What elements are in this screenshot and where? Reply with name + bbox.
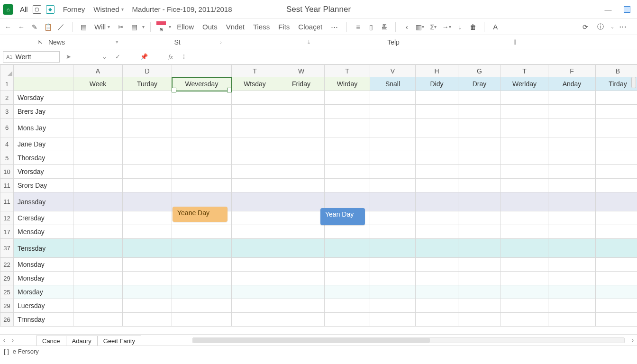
quick-all[interactable]: All xyxy=(20,5,28,13)
cell[interactable] xyxy=(123,118,172,137)
cell[interactable] xyxy=(458,179,501,192)
cell[interactable] xyxy=(501,258,548,272)
ribbon-cloacet[interactable]: Cloaçet xyxy=(295,23,325,31)
cell[interactable] xyxy=(73,225,123,239)
row-header[interactable]: 11 xyxy=(0,192,14,211)
cell[interactable] xyxy=(370,151,416,165)
cell[interactable] xyxy=(325,137,370,151)
cell[interactable] xyxy=(73,118,123,137)
cell[interactable] xyxy=(325,225,370,239)
cell[interactable] xyxy=(232,91,278,105)
col-header[interactable]: T xyxy=(232,65,278,77)
align-icon[interactable]: ≡ xyxy=(353,22,363,32)
tab-next[interactable]: › xyxy=(9,335,17,346)
brush-icon[interactable]: ✎ xyxy=(29,22,40,32)
cell[interactable] xyxy=(232,118,278,137)
cell[interactable] xyxy=(172,258,232,272)
cell[interactable] xyxy=(172,179,232,192)
cell[interactable] xyxy=(548,192,596,211)
cell[interactable] xyxy=(325,179,370,192)
sheet-tab-2[interactable]: Geeit Farity xyxy=(98,336,141,346)
cell[interactable] xyxy=(123,225,172,239)
cell[interactable] xyxy=(548,118,596,137)
row-label[interactable]: Mons Jay xyxy=(14,118,73,137)
header-cell[interactable]: Wtsday xyxy=(232,77,278,91)
cell[interactable] xyxy=(278,137,325,151)
cell[interactable] xyxy=(501,165,548,179)
row-label[interactable]: Luersday xyxy=(14,299,73,313)
sync-icon[interactable]: ⟳ xyxy=(580,22,591,32)
cell[interactable] xyxy=(596,105,637,118)
cell[interactable] xyxy=(232,137,278,151)
cell[interactable] xyxy=(370,137,416,151)
cell[interactable] xyxy=(123,192,172,211)
cell[interactable] xyxy=(548,285,596,299)
cell[interactable] xyxy=(596,192,637,211)
cell[interactable] xyxy=(501,225,548,239)
prev-icon[interactable]: ‹ xyxy=(401,22,412,32)
row-header[interactable]: 29 xyxy=(0,299,14,313)
row-label[interactable]: Mensday xyxy=(14,225,73,239)
cell[interactable] xyxy=(596,299,637,313)
cell[interactable] xyxy=(501,105,548,118)
cell[interactable] xyxy=(596,225,637,239)
cell[interactable] xyxy=(73,105,123,118)
cell[interactable] xyxy=(73,313,123,327)
horizontal-scroll-thumb[interactable] xyxy=(193,338,430,343)
cell[interactable] xyxy=(172,105,232,118)
cell[interactable] xyxy=(370,105,416,118)
page-icon[interactable]: ▯ xyxy=(366,22,376,32)
cell[interactable] xyxy=(548,313,596,327)
info-icon[interactable]: ⓘ xyxy=(595,22,606,32)
cell[interactable] xyxy=(278,299,325,313)
sec-telp[interactable]: Telp xyxy=(387,38,400,46)
cell[interactable] xyxy=(325,299,370,313)
cell[interactable] xyxy=(73,285,123,299)
cell[interactable] xyxy=(370,272,416,285)
expand-icon[interactable]: ⁞ xyxy=(179,52,189,62)
tab-prev[interactable]: ‹ xyxy=(0,335,9,346)
cell[interactable] xyxy=(232,105,278,118)
cell[interactable] xyxy=(416,165,458,179)
cell[interactable] xyxy=(123,211,172,225)
row-label[interactable]: Monsday xyxy=(14,272,73,285)
header-cell[interactable]: Weversday xyxy=(172,77,232,91)
cell[interactable] xyxy=(416,272,458,285)
cell[interactable] xyxy=(548,179,596,192)
dropdown-icon[interactable]: ⌄ xyxy=(100,52,109,62)
cell[interactable] xyxy=(123,239,172,258)
header-cell[interactable]: Snall xyxy=(370,77,416,91)
col-header[interactable]: T xyxy=(501,65,548,77)
indent-icon[interactable]: ▤ xyxy=(129,22,139,32)
cell[interactable] xyxy=(596,151,637,165)
cell[interactable] xyxy=(458,272,501,285)
cell[interactable] xyxy=(596,91,637,105)
ribbon-tiess[interactable]: Tiess xyxy=(250,23,273,31)
cell[interactable] xyxy=(416,137,458,151)
cell[interactable] xyxy=(123,299,172,313)
table-icon[interactable]: ▥▾ xyxy=(415,22,425,32)
cell[interactable] xyxy=(458,285,501,299)
col-header[interactable]: D xyxy=(123,65,172,77)
cell[interactable] xyxy=(548,239,596,258)
cell[interactable] xyxy=(370,299,416,313)
cell[interactable] xyxy=(501,313,548,327)
cell[interactable] xyxy=(73,165,123,179)
header-cell[interactable]: Didy xyxy=(416,77,458,91)
col-header[interactable]: W xyxy=(278,65,325,77)
cell[interactable] xyxy=(416,179,458,192)
cell[interactable] xyxy=(416,239,458,258)
cell[interactable] xyxy=(325,258,370,272)
row-label[interactable]: Srors Day xyxy=(14,179,73,192)
cell[interactable] xyxy=(73,91,123,105)
event-chip-yeane[interactable]: Yeane Day xyxy=(173,207,228,222)
row-label[interactable]: Morsday xyxy=(14,285,73,299)
cell[interactable] xyxy=(172,239,232,258)
layout-icon[interactable]: ▤ xyxy=(78,22,89,32)
pen-icon[interactable]: ／ xyxy=(56,22,66,32)
cell[interactable] xyxy=(123,179,172,192)
row-header[interactable]: 1 xyxy=(0,77,14,91)
cell[interactable] xyxy=(232,299,278,313)
cell[interactable] xyxy=(548,225,596,239)
cell[interactable] xyxy=(325,285,370,299)
